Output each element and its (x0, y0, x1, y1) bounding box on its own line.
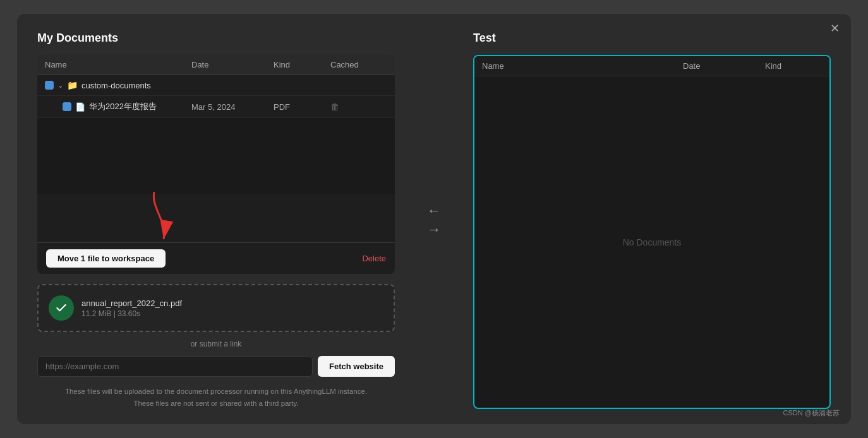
fetch-website-button[interactable]: Fetch website (318, 356, 395, 377)
ws-col-name: Name (482, 61, 683, 71)
table-row[interactable]: ⌄ 📁 custom-documents (37, 75, 395, 96)
file-kind: PDF (274, 102, 330, 112)
folder-icon: 📁 (67, 80, 78, 90)
workspace-table-header: Name Date Kind (474, 56, 829, 76)
folder-checkbox[interactable] (45, 81, 54, 90)
close-button[interactable]: ✕ (830, 23, 840, 34)
no-documents-area: No Documents (474, 76, 829, 408)
file-icon: 📄 (75, 102, 85, 112)
file-checkbox[interactable] (63, 102, 71, 111)
file-name-cell: 📄 华为2022年度报告 (45, 101, 191, 112)
ws-col-kind: Kind (765, 61, 822, 71)
upload-info: annual_report_2022_cn.pdf 11.2 MiB | 33.… (81, 299, 182, 318)
link-row: Fetch website (37, 356, 395, 377)
col-date: Date (191, 60, 274, 69)
transfer-center: ← → (415, 203, 453, 238)
left-panel: My Documents Name Date Kind Cached ⌄ 📁 c… (37, 32, 395, 409)
upload-meta: 11.2 MiB | 33.60s (81, 309, 182, 318)
folder-name-cell: ⌄ 📁 custom-documents (45, 80, 191, 90)
upload-success-icon (49, 295, 74, 321)
transfer-icon: ← → (427, 203, 441, 238)
file-date: Mar 5, 2024 (191, 102, 274, 112)
empty-table-area (37, 118, 395, 194)
url-input[interactable] (37, 356, 313, 377)
arrow-left-icon: ← (427, 203, 441, 219)
right-panel-title: Test (473, 32, 831, 45)
move-to-workspace-button[interactable]: Move 1 file to workspace (46, 249, 166, 268)
col-name: Name (45, 60, 191, 69)
delete-button[interactable]: Delete (362, 254, 386, 263)
action-bar-wrapper: Move 1 file to workspace Delete (37, 242, 395, 274)
file-cached-cell: 🗑 (330, 102, 387, 112)
left-panel-title: My Documents (37, 32, 395, 45)
workspace-box: Name Date Kind No Documents (473, 55, 831, 409)
delete-file-icon[interactable]: 🗑 (330, 102, 339, 112)
folder-name-label: custom-documents (81, 81, 151, 90)
arrow-right-icon: → (427, 222, 441, 238)
table-header: Name Date Kind Cached (37, 55, 395, 75)
ws-col-date: Date (683, 61, 765, 71)
col-kind: Kind (274, 60, 330, 69)
modal-container: ✕ My Documents Name Date Kind Cached ⌄ 📁… (17, 14, 851, 424)
file-table: Name Date Kind Cached ⌄ 📁 custom-documen… (37, 55, 395, 242)
submit-link-label: or submit a link (37, 340, 395, 348)
watermark: CSDN @杨浦老苏 (783, 408, 840, 418)
col-cached: Cached (330, 60, 387, 69)
chevron-down-icon: ⌄ (57, 81, 63, 90)
upload-drop-area[interactable]: annual_report_2022_cn.pdf 11.2 MiB | 33.… (37, 284, 395, 332)
upload-filename: annual_report_2022_cn.pdf (81, 299, 182, 308)
right-panel: Test Name Date Kind No Documents (473, 32, 831, 409)
table-row[interactable]: 📄 华为2022年度报告 Mar 5, 2024 PDF 🗑 (37, 96, 395, 118)
action-bar: Move 1 file to workspace Delete (37, 242, 395, 274)
no-documents-label: No Documents (623, 237, 682, 247)
disclaimer-text: These files will be uploaded to the docu… (37, 386, 395, 409)
file-name-label: 华为2022年度报告 (89, 101, 157, 112)
